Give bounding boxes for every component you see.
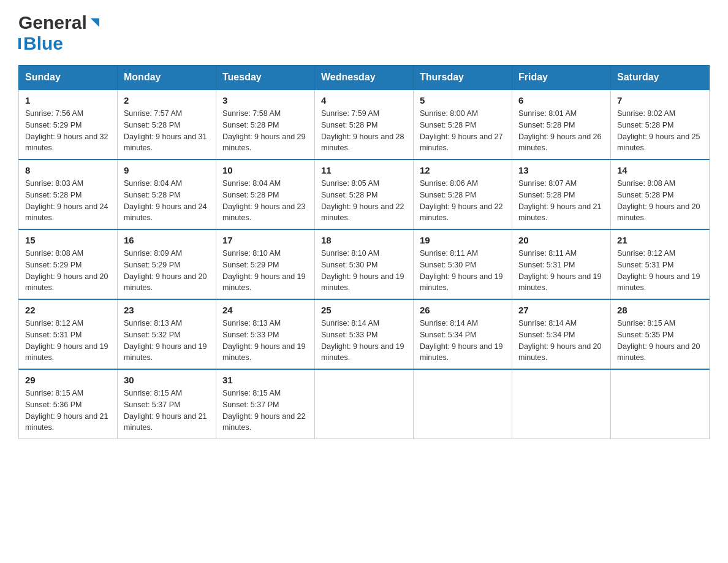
day-number: 28	[617, 305, 703, 315]
day-info: Sunrise: 8:10 AMSunset: 5:29 PMDaylight:…	[222, 249, 306, 292]
calendar-cell: 13 Sunrise: 8:07 AMSunset: 5:28 PMDaylig…	[512, 159, 611, 229]
week-row-2: 8 Sunrise: 8:03 AMSunset: 5:28 PMDayligh…	[19, 159, 710, 229]
calendar-cell: 1 Sunrise: 7:56 AMSunset: 5:29 PMDayligh…	[19, 90, 118, 159]
week-row-1: 1 Sunrise: 7:56 AMSunset: 5:29 PMDayligh…	[19, 90, 710, 159]
day-info: Sunrise: 8:15 AMSunset: 5:36 PMDaylight:…	[25, 389, 108, 432]
day-info: Sunrise: 8:15 AMSunset: 5:35 PMDaylight:…	[617, 319, 700, 362]
day-info: Sunrise: 8:04 AMSunset: 5:28 PMDaylight:…	[124, 179, 207, 222]
page-header: General Blue	[18, 12, 710, 54]
day-number: 19	[420, 235, 506, 245]
calendar-cell: 14 Sunrise: 8:08 AMSunset: 5:28 PMDaylig…	[611, 159, 710, 229]
day-info: Sunrise: 8:14 AMSunset: 5:33 PMDaylight:…	[321, 319, 404, 362]
day-number: 10	[222, 165, 308, 175]
calendar-cell: 24 Sunrise: 8:13 AMSunset: 5:33 PMDaylig…	[216, 299, 315, 369]
day-info: Sunrise: 8:05 AMSunset: 5:28 PMDaylight:…	[321, 179, 404, 222]
day-number: 3	[222, 95, 308, 105]
day-number: 11	[321, 165, 407, 175]
calendar-cell: 25 Sunrise: 8:14 AMSunset: 5:33 PMDaylig…	[315, 299, 414, 369]
day-info: Sunrise: 8:03 AMSunset: 5:28 PMDaylight:…	[25, 179, 108, 222]
calendar-cell: 28 Sunrise: 8:15 AMSunset: 5:35 PMDaylig…	[611, 299, 710, 369]
day-number: 26	[420, 305, 506, 315]
day-info: Sunrise: 8:08 AMSunset: 5:29 PMDaylight:…	[25, 249, 108, 292]
day-info: Sunrise: 8:10 AMSunset: 5:30 PMDaylight:…	[321, 249, 404, 292]
week-row-5: 29 Sunrise: 8:15 AMSunset: 5:36 PMDaylig…	[19, 369, 710, 439]
logo-blue: Blue	[23, 33, 63, 54]
day-info: Sunrise: 7:59 AMSunset: 5:28 PMDaylight:…	[321, 109, 404, 152]
day-number: 30	[124, 375, 210, 385]
header-day-tuesday: Tuesday	[216, 66, 315, 90]
day-info: Sunrise: 8:04 AMSunset: 5:28 PMDaylight:…	[222, 179, 306, 222]
calendar-cell: 5 Sunrise: 8:00 AMSunset: 5:28 PMDayligh…	[414, 90, 512, 159]
calendar-cell: 29 Sunrise: 8:15 AMSunset: 5:36 PMDaylig…	[19, 369, 118, 439]
day-number: 9	[124, 165, 210, 175]
day-info: Sunrise: 8:12 AMSunset: 5:31 PMDaylight:…	[617, 249, 700, 292]
day-info: Sunrise: 8:12 AMSunset: 5:31 PMDaylight:…	[25, 319, 108, 362]
day-info: Sunrise: 7:57 AMSunset: 5:28 PMDaylight:…	[124, 109, 207, 152]
calendar-cell: 6 Sunrise: 8:01 AMSunset: 5:28 PMDayligh…	[512, 90, 611, 159]
calendar-cell: 11 Sunrise: 8:05 AMSunset: 5:28 PMDaylig…	[315, 159, 414, 229]
day-number: 29	[25, 375, 111, 385]
calendar-cell: 2 Sunrise: 7:57 AMSunset: 5:28 PMDayligh…	[118, 90, 216, 159]
day-info: Sunrise: 8:14 AMSunset: 5:34 PMDaylight:…	[518, 319, 602, 362]
week-row-4: 22 Sunrise: 8:12 AMSunset: 5:31 PMDaylig…	[19, 299, 710, 369]
calendar-cell: 10 Sunrise: 8:04 AMSunset: 5:28 PMDaylig…	[216, 159, 315, 229]
day-info: Sunrise: 8:07 AMSunset: 5:28 PMDaylight:…	[518, 179, 602, 222]
day-info: Sunrise: 8:09 AMSunset: 5:29 PMDaylight:…	[124, 249, 207, 292]
calendar-cell: 26 Sunrise: 8:14 AMSunset: 5:34 PMDaylig…	[414, 299, 512, 369]
day-number: 5	[420, 95, 506, 105]
day-number: 8	[25, 165, 111, 175]
calendar-cell: 19 Sunrise: 8:11 AMSunset: 5:30 PMDaylig…	[414, 229, 512, 299]
calendar-cell: 15 Sunrise: 8:08 AMSunset: 5:29 PMDaylig…	[19, 229, 118, 299]
day-number: 12	[420, 165, 506, 175]
calendar-cell: 7 Sunrise: 8:02 AMSunset: 5:28 PMDayligh…	[611, 90, 710, 159]
calendar-cell: 3 Sunrise: 7:58 AMSunset: 5:28 PMDayligh…	[216, 90, 315, 159]
day-number: 21	[617, 235, 703, 245]
logo: General Blue	[18, 12, 102, 54]
day-info: Sunrise: 8:01 AMSunset: 5:28 PMDaylight:…	[518, 109, 602, 152]
day-number: 23	[124, 305, 210, 315]
day-info: Sunrise: 7:58 AMSunset: 5:28 PMDaylight:…	[222, 109, 306, 152]
calendar-cell: 9 Sunrise: 8:04 AMSunset: 5:28 PMDayligh…	[118, 159, 216, 229]
day-info: Sunrise: 8:02 AMSunset: 5:28 PMDaylight:…	[617, 109, 700, 152]
calendar-cell: 4 Sunrise: 7:59 AMSunset: 5:28 PMDayligh…	[315, 90, 414, 159]
week-row-3: 15 Sunrise: 8:08 AMSunset: 5:29 PMDaylig…	[19, 229, 710, 299]
day-number: 24	[222, 305, 308, 315]
header-day-sunday: Sunday	[19, 66, 118, 90]
day-number: 14	[617, 165, 703, 175]
day-info: Sunrise: 8:13 AMSunset: 5:32 PMDaylight:…	[124, 319, 207, 362]
day-number: 16	[124, 235, 210, 245]
calendar-cell: 18 Sunrise: 8:10 AMSunset: 5:30 PMDaylig…	[315, 229, 414, 299]
calendar-cell: 12 Sunrise: 8:06 AMSunset: 5:28 PMDaylig…	[414, 159, 512, 229]
day-number: 17	[222, 235, 308, 245]
day-number: 20	[518, 235, 604, 245]
day-info: Sunrise: 8:15 AMSunset: 5:37 PMDaylight:…	[222, 389, 306, 432]
day-number: 22	[25, 305, 111, 315]
day-number: 6	[518, 95, 604, 105]
day-info: Sunrise: 8:11 AMSunset: 5:31 PMDaylight:…	[518, 249, 602, 292]
calendar-cell: 16 Sunrise: 8:09 AMSunset: 5:29 PMDaylig…	[118, 229, 216, 299]
day-info: Sunrise: 8:08 AMSunset: 5:28 PMDaylight:…	[617, 179, 700, 222]
logo-triangle-icon	[88, 16, 102, 29]
svg-marker-0	[91, 18, 99, 27]
calendar-cell: 8 Sunrise: 8:03 AMSunset: 5:28 PMDayligh…	[19, 159, 118, 229]
calendar-cell	[611, 369, 710, 439]
calendar-cell: 23 Sunrise: 8:13 AMSunset: 5:32 PMDaylig…	[118, 299, 216, 369]
header-day-friday: Friday	[512, 66, 611, 90]
header-row: SundayMondayTuesdayWednesdayThursdayFrid…	[19, 66, 710, 90]
day-number: 4	[321, 95, 407, 105]
day-number: 31	[222, 375, 308, 385]
calendar-cell: 30 Sunrise: 8:15 AMSunset: 5:37 PMDaylig…	[118, 369, 216, 439]
header-day-wednesday: Wednesday	[315, 66, 414, 90]
calendar-body: 1 Sunrise: 7:56 AMSunset: 5:29 PMDayligh…	[19, 90, 710, 439]
calendar-cell: 31 Sunrise: 8:15 AMSunset: 5:37 PMDaylig…	[216, 369, 315, 439]
day-number: 27	[518, 305, 604, 315]
day-info: Sunrise: 8:15 AMSunset: 5:37 PMDaylight:…	[124, 389, 207, 432]
header-day-saturday: Saturday	[611, 66, 710, 90]
calendar-cell: 20 Sunrise: 8:11 AMSunset: 5:31 PMDaylig…	[512, 229, 611, 299]
calendar-header: SundayMondayTuesdayWednesdayThursdayFrid…	[19, 66, 710, 90]
day-info: Sunrise: 8:14 AMSunset: 5:34 PMDaylight:…	[420, 319, 503, 362]
day-info: Sunrise: 8:06 AMSunset: 5:28 PMDaylight:…	[420, 179, 503, 222]
calendar-cell	[512, 369, 611, 439]
calendar-cell	[414, 369, 512, 439]
day-number: 13	[518, 165, 604, 175]
